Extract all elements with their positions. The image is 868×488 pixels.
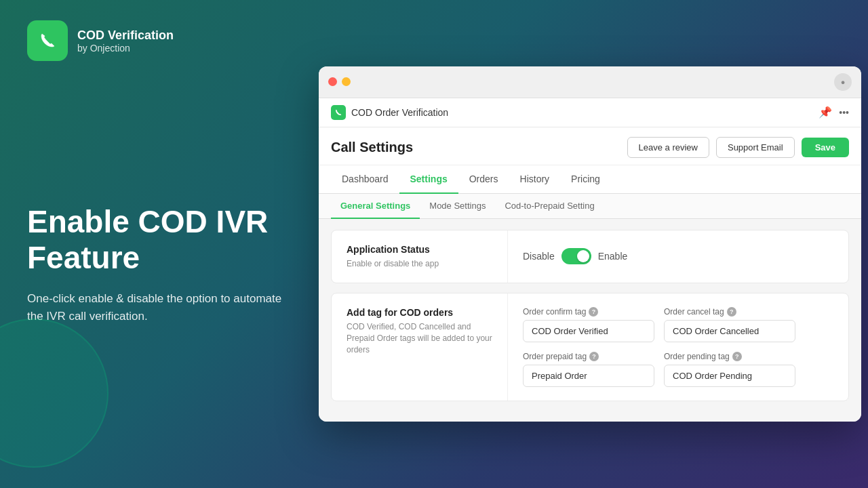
pin-icon[interactable]: 📌 <box>818 106 832 119</box>
application-status-label: Application Status <box>347 244 492 255</box>
app-bar-title: COD Order Verification <box>351 107 448 118</box>
tab-orders[interactable]: Orders <box>458 165 509 194</box>
cod-tags-desc: COD Verified, COD Cancelled and Prepaid … <box>347 321 492 355</box>
save-button[interactable]: Save <box>802 138 849 157</box>
order-pending-tag-field: Order pending tag ? <box>664 352 795 387</box>
cod-tags-card-left: Add tag for COD orders COD Verified, COD… <box>332 293 508 401</box>
app-name: COD Verification <box>77 28 174 43</box>
cod-tags-form: Order confirm tag ? Order cancel tag ? <box>523 307 795 387</box>
tab-dashboard[interactable]: Dashboard <box>331 165 399 194</box>
decorative-circle <box>0 319 108 468</box>
left-panel: COD Verification by Onjection Enable COD… <box>0 0 312 488</box>
order-confirm-help-icon: ? <box>589 307 598 317</box>
more-options-icon[interactable]: ••• <box>839 107 849 118</box>
toggle-disable-label: Disable <box>523 251 555 262</box>
right-panel: ● COD Order Verification 📌 ••• Call Sett… <box>312 0 868 488</box>
order-cancel-help-icon: ? <box>727 307 736 317</box>
app-bar-left: COD Order Verification <box>331 105 448 120</box>
order-pending-help-icon: ? <box>732 352 742 361</box>
page-header: Call Settings Leave a review Support Ema… <box>319 127 861 165</box>
cod-tags-label: Add tag for COD orders <box>347 307 492 318</box>
app-bar-logo <box>331 105 346 120</box>
close-window-button[interactable] <box>328 77 337 86</box>
order-prepaid-help-icon: ? <box>589 352 599 361</box>
app-window: ● COD Order Verification 📌 ••• Call Sett… <box>319 66 861 422</box>
page-title: Call Settings <box>331 140 413 155</box>
app-logo-icon <box>27 20 68 61</box>
content-area: Application Status Enable or disable the… <box>319 219 861 422</box>
application-status-card-right: Disable Enable <box>508 230 848 283</box>
tab-pricing[interactable]: Pricing <box>560 165 611 194</box>
order-prepaid-tag-label: Order prepaid tag ? <box>523 352 654 361</box>
cod-tags-card: Add tag for COD orders COD Verified, COD… <box>331 293 849 401</box>
minimize-window-button[interactable] <box>342 77 351 86</box>
application-status-desc: Enable or disable the app <box>347 258 492 270</box>
order-prepaid-tag-field: Order prepaid tag ? <box>523 352 654 387</box>
header-actions: Leave a review Support Email Save <box>627 137 849 158</box>
leave-review-button[interactable]: Leave a review <box>627 137 709 158</box>
hero-description: One-click enable & disable the option to… <box>27 290 285 325</box>
nav-tabs: Dashboard Settings Orders History Pricin… <box>319 165 861 194</box>
application-status-card-left: Application Status Enable or disable the… <box>332 230 508 283</box>
subtab-general-settings[interactable]: General Settings <box>331 194 420 219</box>
window-controls-right: ● <box>834 73 852 91</box>
order-prepaid-tag-input[interactable] <box>523 365 654 387</box>
toggle-enable-label: Enable <box>598 251 628 262</box>
cod-tags-card-right: Order confirm tag ? Order cancel tag ? <box>508 293 848 401</box>
application-status-card-body: Application Status Enable or disable the… <box>332 230 848 283</box>
app-status-toggle[interactable] <box>561 248 591 264</box>
tab-settings[interactable]: Settings <box>399 165 458 194</box>
app-bar-right: 📌 ••• <box>818 106 849 119</box>
order-pending-tag-label: Order pending tag ? <box>664 352 795 361</box>
app-header: COD Verification by Onjection <box>27 20 174 61</box>
order-confirm-tag-input[interactable] <box>523 320 654 342</box>
hero-title: Enable COD IVR Feature <box>27 204 285 276</box>
order-confirm-tag-field: Order confirm tag ? <box>523 307 654 342</box>
toggle-slider <box>561 248 591 264</box>
order-confirm-tag-label: Order confirm tag ? <box>523 307 654 317</box>
app-title-group: COD Verification by Onjection <box>77 28 174 54</box>
window-chrome: ● <box>319 66 861 98</box>
window-action-button[interactable]: ● <box>834 73 852 91</box>
toggle-group: Disable Enable <box>523 248 627 264</box>
application-status-card: Application Status Enable or disable the… <box>331 230 849 284</box>
app-bar: COD Order Verification 📌 ••• <box>319 98 861 127</box>
subtab-cod-prepaid[interactable]: Cod-to-Prepaid Setting <box>495 194 604 219</box>
subtab-mode-settings[interactable]: Mode Settings <box>420 194 495 219</box>
order-cancel-tag-field: Order cancel tag ? <box>664 307 795 342</box>
support-email-button[interactable]: Support Email <box>716 137 795 158</box>
app-by: by Onjection <box>77 43 174 54</box>
order-cancel-tag-label: Order cancel tag ? <box>664 307 795 317</box>
order-cancel-tag-input[interactable] <box>664 320 795 342</box>
sub-tabs: General Settings Mode Settings Cod-to-Pr… <box>319 194 861 219</box>
order-pending-tag-input[interactable] <box>664 365 795 387</box>
window-buttons <box>328 77 351 86</box>
cod-tags-card-body: Add tag for COD orders COD Verified, COD… <box>332 293 848 401</box>
tab-history[interactable]: History <box>509 165 561 194</box>
